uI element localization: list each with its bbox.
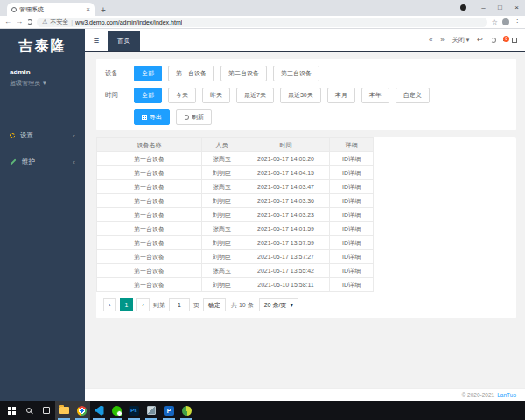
box-app-icon: [147, 406, 156, 415]
maximize-button[interactable]: □: [492, 0, 508, 15]
action-row: 导出 刷新: [105, 109, 508, 125]
globe-icon: [11, 7, 17, 12]
tab-home[interactable]: 首页: [108, 32, 140, 51]
person-cell: 张高玉: [202, 180, 242, 194]
user-role-dropdown[interactable]: 超级管理员 ▾: [10, 79, 75, 88]
time-filter-today[interactable]: 今天: [168, 88, 196, 103]
detail-link[interactable]: ID详细: [330, 194, 374, 208]
table-row: 第一台设备 张高玉 2021-05-17 14:01:59 ID详细: [97, 222, 374, 236]
page-1-button[interactable]: 1: [120, 298, 133, 312]
time-cell: 2021-05-17 14:03:23: [242, 208, 330, 222]
tab-close-icon[interactable]: ×: [86, 5, 90, 13]
fullscreen-icon[interactable]: [512, 38, 517, 43]
detail-link[interactable]: ID详细: [330, 236, 374, 250]
time-cell: 2021-05-17 14:03:47: [242, 180, 330, 194]
app-box-button[interactable]: [143, 401, 160, 420]
detail-link[interactable]: ID详细: [330, 264, 374, 278]
caret-down-icon: ▾: [290, 302, 293, 309]
sidebar-item-maintenance[interactable]: 维护 ‹: [0, 149, 85, 175]
per-page-select[interactable]: 20 条/页 ▾: [259, 298, 298, 312]
chrome-icon: [77, 406, 87, 416]
tab-scroll-left-icon[interactable]: «: [429, 36, 432, 44]
start-button[interactable]: [3, 401, 20, 420]
export-button[interactable]: 导出: [134, 109, 170, 125]
table-row: 第一台设备 刘明臣 2021-05-17 13:57:27 ID详细: [97, 250, 374, 264]
green-app-icon: [182, 406, 192, 416]
sidebar-item-settings[interactable]: 设置 ‹: [0, 122, 85, 149]
refresh-label: 刷新: [192, 113, 204, 122]
device-filter-all[interactable]: 全部: [134, 66, 162, 81]
device-cell: 第一台设备: [97, 152, 202, 166]
device-cell: 第一台设备: [97, 278, 202, 292]
browser-menu-icon[interactable]: ⋮: [514, 18, 521, 26]
brand-link[interactable]: LanTuo: [497, 392, 516, 398]
device-cell: 第一台设备: [97, 250, 202, 264]
time-filter-year[interactable]: 本年: [361, 88, 389, 103]
time-cell: 2021-05-17 14:04:15: [242, 166, 330, 180]
next-page-button[interactable]: ›: [136, 298, 150, 312]
wrench-icon: [10, 158, 16, 164]
confirm-page-button[interactable]: 确定: [203, 298, 226, 312]
wechat-button[interactable]: [108, 401, 125, 420]
time-filter-yesterday[interactable]: 昨天: [202, 88, 230, 103]
taskbar-search-button[interactable]: [20, 401, 38, 420]
detail-link[interactable]: ID详细: [330, 250, 374, 264]
reload-icon[interactable]: [27, 19, 32, 24]
person-cell: 刘明臣: [202, 194, 242, 208]
bookmark-star-icon[interactable]: ☆: [492, 18, 498, 26]
hamburger-icon[interactable]: ≡: [85, 35, 108, 46]
per-page-value: 20 条/页: [264, 301, 287, 310]
device-cell: 第一台设备: [97, 264, 202, 278]
device-filter-3[interactable]: 第三台设备: [273, 66, 319, 81]
undo-icon[interactable]: ↩: [477, 36, 483, 44]
wechat-icon: [112, 406, 122, 416]
new-tab-button[interactable]: +: [101, 5, 106, 15]
device-cell: 第一台设备: [97, 194, 202, 208]
detail-link[interactable]: ID详细: [330, 278, 374, 292]
windows-logo-icon: [8, 407, 16, 415]
person-cell: 刘明臣: [202, 166, 242, 180]
browser-tab[interactable]: 管理系统 ×: [7, 3, 94, 16]
close-button[interactable]: ×: [508, 0, 525, 15]
refresh-button[interactable]: 刷新: [176, 109, 212, 125]
time-filter-custom[interactable]: 自定义: [396, 88, 430, 103]
minimize-button[interactable]: –: [475, 0, 492, 15]
time-filter-month[interactable]: 本月: [327, 88, 355, 103]
vscode-icon: [94, 406, 104, 416]
file-explorer-button[interactable]: [55, 401, 73, 420]
device-filter-1[interactable]: 第一台设备: [168, 66, 214, 81]
chrome-button[interactable]: [73, 401, 90, 420]
caret-down-icon: ▾: [466, 37, 470, 44]
back-icon[interactable]: ←: [4, 18, 11, 25]
forward-icon[interactable]: →: [16, 18, 23, 25]
page-number-input[interactable]: [169, 298, 190, 312]
prev-page-button[interactable]: ‹: [103, 298, 116, 312]
detail-link[interactable]: ID详细: [330, 180, 374, 194]
detail-link[interactable]: ID详细: [330, 166, 374, 180]
device-filter-2[interactable]: 第二台设备: [220, 66, 267, 81]
col-person: 人员: [202, 138, 242, 152]
tab-scroll-right-icon[interactable]: »: [440, 36, 444, 44]
task-view-button[interactable]: [38, 401, 55, 420]
time-filter-30days[interactable]: 最近30天: [280, 88, 321, 103]
close-tabs-dropdown[interactable]: 关闭 ▾: [452, 36, 470, 45]
url-input[interactable]: ⚠ 不安全 | ww3.demo.com/admin/index/index.h…: [37, 18, 487, 27]
photoshop-button[interactable]: Ps: [125, 401, 143, 420]
time-filter-7days[interactable]: 最近7天: [236, 88, 274, 103]
detail-link[interactable]: ID详细: [330, 222, 374, 236]
detail-link[interactable]: ID详细: [330, 152, 374, 166]
detail-link[interactable]: ID详细: [330, 208, 374, 222]
profile-avatar[interactable]: [502, 18, 509, 25]
app-p-button[interactable]: P: [160, 401, 178, 420]
time-cell: 2021-05-10 15:58:11: [242, 278, 330, 292]
table-row: 第一台设备 刘明臣 2021-05-17 14:04:15 ID详细: [97, 166, 374, 180]
refresh-icon[interactable]: [491, 38, 496, 43]
time-filter-all[interactable]: 全部: [134, 88, 162, 103]
vscode-button[interactable]: [90, 401, 108, 420]
time-filter-label: 时间: [105, 91, 128, 100]
app-green-button[interactable]: [178, 401, 195, 420]
col-time: 时间: [242, 138, 330, 152]
security-warning-icon: ⚠: [42, 18, 47, 25]
table-row: 第一台设备 刘明臣 2021-05-17 14:03:36 ID详细: [97, 194, 374, 208]
sidebar-menu: 设置 ‹ 维护 ‹: [0, 122, 85, 175]
